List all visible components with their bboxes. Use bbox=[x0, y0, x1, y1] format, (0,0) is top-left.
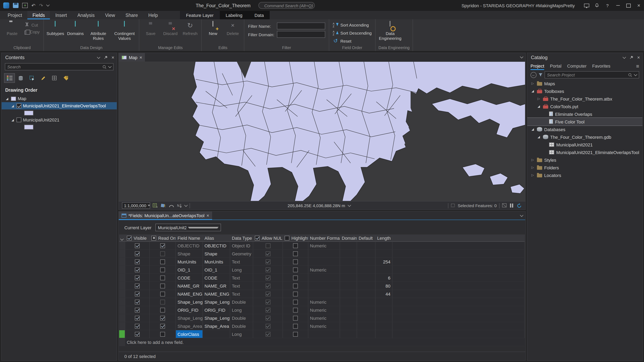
row-allownull-checkbox[interactable] bbox=[266, 300, 270, 304]
row-readonly-checkbox[interactable] bbox=[160, 251, 165, 256]
row-indicator[interactable] bbox=[119, 266, 125, 274]
new-field-button[interactable]: New bbox=[204, 20, 222, 36]
row-highlight-checkbox[interactable] bbox=[293, 243, 298, 248]
length-cell[interactable] bbox=[376, 322, 392, 330]
field-name-cell[interactable]: ColorClass bbox=[176, 330, 203, 338]
default-cell[interactable] bbox=[357, 258, 376, 266]
row-readonly-checkbox[interactable] bbox=[160, 324, 165, 329]
row-allownull-checkbox[interactable] bbox=[266, 324, 270, 329]
field-row[interactable]: Shape_Leng Shape_Leng Double Numeric bbox=[119, 298, 525, 306]
cut-button[interactable]: Cut bbox=[22, 21, 41, 28]
attribute-rules-button[interactable]: Attribute Rules bbox=[86, 20, 111, 41]
expander-icon[interactable]: ◢ bbox=[10, 118, 15, 122]
domain-cell[interactable] bbox=[340, 306, 357, 314]
map-view-tab[interactable]: Map × bbox=[119, 53, 145, 61]
number-format-cell[interactable] bbox=[308, 290, 340, 298]
highlight-all-checkbox[interactable] bbox=[284, 236, 290, 240]
data-type-cell[interactable]: Text bbox=[230, 274, 253, 282]
row-highlight-checkbox[interactable] bbox=[293, 267, 298, 272]
map-canvas[interactable] bbox=[119, 61, 525, 201]
data-type-cell[interactable]: Object ID bbox=[230, 242, 253, 250]
catalog-tab-project[interactable]: Project bbox=[530, 62, 544, 70]
search-options-chevron-icon[interactable] bbox=[634, 73, 637, 76]
status-options-chevron-icon[interactable] bbox=[184, 203, 188, 207]
qat-customize-chevron-icon[interactable] bbox=[46, 3, 50, 7]
map-scale-dropdown[interactable]: 1:1,000,000 bbox=[122, 202, 150, 209]
readonly-cell[interactable] bbox=[150, 250, 176, 258]
alias-cell[interactable]: Shape_Area bbox=[203, 322, 230, 330]
length-cell[interactable] bbox=[376, 298, 392, 306]
domain-cell[interactable] bbox=[340, 250, 357, 258]
back-icon[interactable]: ← bbox=[530, 72, 536, 78]
signed-in-account[interactable]: Spyridon - STARIDAS GEOGRAPHY #MakingMap… bbox=[462, 3, 575, 8]
domain-cell[interactable] bbox=[340, 282, 357, 290]
row-allownull-checkbox[interactable] bbox=[266, 332, 270, 337]
expander-icon[interactable]: ◢ bbox=[530, 127, 535, 131]
data-type-cell[interactable]: Text bbox=[230, 258, 253, 266]
filter-domain-input[interactable] bbox=[277, 31, 325, 38]
col-field-name[interactable]: Field Name bbox=[176, 235, 203, 242]
highlight-cell[interactable] bbox=[283, 306, 308, 314]
catalog-menu-chevron-icon[interactable] bbox=[622, 55, 626, 59]
allownull-cell[interactable] bbox=[253, 266, 283, 274]
map-coordinates[interactable]: 205,846.25E 4,036,888.28N m bbox=[288, 203, 350, 208]
row-readonly-checkbox[interactable] bbox=[160, 243, 165, 248]
domain-cell[interactable] bbox=[340, 242, 357, 250]
length-cell[interactable] bbox=[376, 330, 392, 338]
alias-cell[interactable]: CODE bbox=[203, 274, 230, 282]
readonly-cell[interactable] bbox=[150, 298, 176, 306]
discard-edits-button[interactable]: Discard bbox=[161, 20, 180, 36]
refresh-button[interactable]: ↻Refresh bbox=[181, 20, 200, 36]
allownull-all-checkbox[interactable] bbox=[255, 236, 260, 240]
visible-cell[interactable] bbox=[125, 314, 150, 322]
row-allownull-checkbox[interactable] bbox=[266, 308, 270, 312]
layer-visibility-checkbox[interactable] bbox=[16, 117, 21, 122]
refresh-map-icon[interactable] bbox=[516, 203, 522, 208]
number-format-cell[interactable] bbox=[308, 274, 340, 282]
field-row[interactable]: MunUnits MunUnits Text 254 bbox=[119, 258, 525, 266]
allownull-cell[interactable] bbox=[253, 258, 283, 266]
field-name-cell[interactable]: Shape_Area bbox=[176, 322, 203, 330]
tab-insert[interactable]: Insert bbox=[50, 11, 72, 19]
catalog-tree-item[interactable]: MunicipalUnit2021 bbox=[527, 141, 642, 148]
length-cell[interactable]: 44 bbox=[376, 290, 392, 298]
length-cell[interactable]: 254 bbox=[376, 258, 392, 266]
catalog-tree-item[interactable]: ◢ Toolboxes bbox=[527, 87, 642, 95]
field-row[interactable]: OBJECTID OBJECTID Object ID Numeric bbox=[119, 242, 525, 250]
readonly-cell[interactable] bbox=[150, 266, 176, 274]
number-format-cell[interactable] bbox=[308, 330, 340, 338]
allownull-cell[interactable] bbox=[253, 250, 283, 258]
alias-cell[interactable] bbox=[203, 330, 230, 338]
allownull-cell[interactable] bbox=[253, 282, 283, 290]
field-name-cell[interactable]: NAME_ENG bbox=[176, 290, 203, 298]
field-name-cell[interactable]: Shape_Length bbox=[176, 314, 203, 322]
catalog-tree-item[interactable]: ▷ Maps bbox=[527, 80, 642, 87]
field-name-cell[interactable]: Shape bbox=[176, 250, 203, 258]
data-type-cell[interactable]: Double bbox=[230, 298, 253, 306]
expander-icon[interactable]: ▷ bbox=[530, 166, 535, 169]
row-visible-checkbox[interactable] bbox=[135, 291, 140, 296]
row-highlight-checkbox[interactable] bbox=[293, 291, 298, 296]
alias-cell[interactable]: Shape bbox=[203, 250, 230, 258]
col-domain[interactable]: Domain bbox=[340, 235, 357, 242]
catalog-tree-item[interactable]: ◢ The_Four_Color_Theorem.gdb bbox=[527, 133, 642, 141]
catalog-menu-icon[interactable]: ≡ bbox=[636, 63, 639, 69]
list-by-editing-icon[interactable] bbox=[38, 74, 48, 82]
row-highlight-checkbox[interactable] bbox=[293, 275, 298, 280]
domain-cell[interactable] bbox=[340, 274, 357, 282]
list-by-data-source-icon[interactable] bbox=[16, 74, 26, 82]
row-highlight-checkbox[interactable] bbox=[293, 251, 298, 256]
field-name-cell[interactable]: NAME_GR bbox=[176, 282, 203, 290]
readonly-cell[interactable] bbox=[150, 314, 176, 322]
catalog-tree-item[interactable]: MunicipalUnit2021_EliminateOverlapsTool bbox=[527, 148, 642, 156]
sort-descending-button[interactable]: Sort Descending bbox=[331, 29, 373, 37]
tab-data[interactable]: Data bbox=[248, 11, 270, 19]
row-visible-checkbox[interactable] bbox=[135, 283, 140, 288]
allownull-cell[interactable] bbox=[253, 298, 283, 306]
domain-cell[interactable] bbox=[340, 322, 357, 330]
highlight-cell[interactable] bbox=[283, 274, 308, 282]
tab-help[interactable]: Help bbox=[143, 11, 163, 19]
north-arrow-icon[interactable]: N bbox=[177, 203, 182, 208]
readonly-cell[interactable] bbox=[150, 242, 176, 250]
allownull-cell[interactable] bbox=[253, 242, 283, 250]
